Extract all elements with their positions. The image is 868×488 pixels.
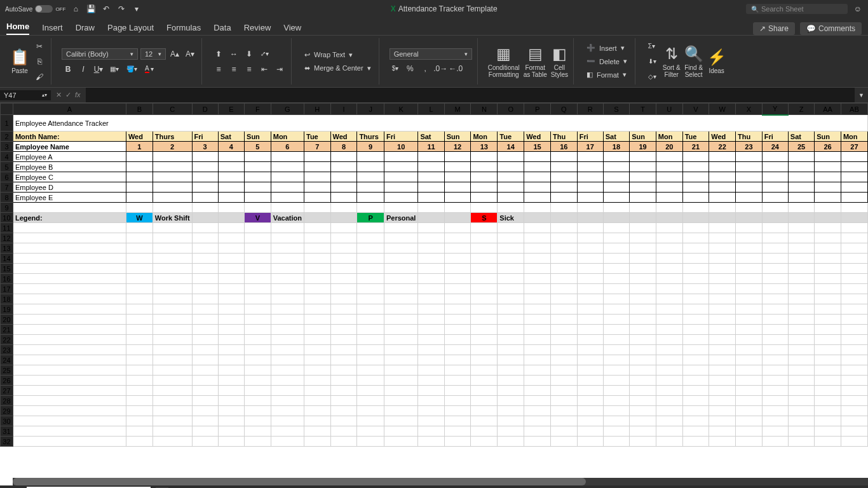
grid-cell[interactable] — [524, 345, 551, 355]
attendance-cell[interactable] — [682, 152, 709, 162]
name-box[interactable]: Y47▴▾ — [0, 90, 51, 100]
grid-cell[interactable] — [418, 264, 444, 274]
attendance-cell[interactable] — [498, 162, 524, 172]
employee-name-cell[interactable]: Employee A — [13, 152, 126, 162]
attendance-cell[interactable] — [524, 162, 551, 172]
grid-cell[interactable] — [736, 386, 763, 396]
column-header[interactable]: P — [524, 104, 551, 115]
grid-cell[interactable] — [603, 386, 629, 396]
grid-cell[interactable] — [815, 284, 841, 294]
grid-cell[interactable] — [630, 315, 656, 325]
grid-cell[interactable] — [330, 264, 357, 274]
grid-cell[interactable] — [444, 315, 471, 325]
attendance-cell[interactable] — [218, 182, 244, 193]
grid-cell[interactable] — [418, 437, 444, 447]
attendance-cell[interactable] — [841, 162, 867, 172]
grid-cell[interactable] — [126, 203, 153, 213]
grid-cell[interactable] — [656, 335, 682, 345]
row-header[interactable]: 12 — [1, 233, 13, 243]
increase-indent-icon[interactable]: ⇥ — [273, 63, 286, 76]
grid-cell[interactable] — [788, 254, 814, 264]
format-as-table-button[interactable]: ▤Format as Table — [524, 45, 547, 78]
grid-cell[interactable] — [815, 294, 841, 304]
grid-cell[interactable] — [384, 406, 417, 416]
attendance-cell[interactable] — [788, 182, 814, 193]
user-icon[interactable]: ☺ — [853, 4, 863, 14]
row-header[interactable]: 17 — [1, 284, 13, 294]
grid-cell[interactable] — [524, 386, 551, 396]
format-painter-icon[interactable]: 🖌 — [33, 71, 46, 83]
date-number-cell[interactable]: 1 — [126, 142, 153, 152]
grid-cell[interactable] — [357, 376, 384, 386]
employee-name-cell[interactable]: Employee D — [13, 182, 126, 193]
attendance-cell[interactable] — [577, 182, 603, 193]
grid-cell[interactable] — [630, 274, 656, 284]
grid-cell[interactable] — [271, 426, 304, 437]
grid-cell[interactable] — [126, 325, 153, 335]
date-number-cell[interactable]: 7 — [304, 142, 330, 152]
grid-cell[interactable] — [13, 243, 126, 254]
grid-cell[interactable] — [357, 406, 384, 416]
select-all-corner[interactable] — [1, 104, 13, 115]
grid-cell[interactable] — [271, 315, 304, 325]
italic-button[interactable]: I — [77, 63, 90, 76]
autosum-icon[interactable]: Σ▾ — [646, 40, 658, 53]
grid-cell[interactable] — [304, 376, 330, 386]
grid-cell[interactable] — [656, 386, 682, 396]
grid-cell[interactable] — [444, 335, 471, 345]
grid-cell[interactable] — [330, 233, 357, 243]
grid-cell[interactable] — [577, 416, 603, 426]
grid-cell[interactable] — [192, 213, 218, 223]
grid-cell[interactable] — [471, 406, 498, 416]
grid-cell[interactable] — [736, 243, 763, 254]
grid-cell[interactable] — [788, 365, 814, 376]
grid-cell[interactable] — [444, 264, 471, 274]
attendance-cell[interactable] — [153, 172, 192, 182]
grid-cell[interactable] — [788, 345, 814, 355]
font-name-select[interactable]: Calibri (Body) — [62, 48, 138, 60]
grid-cell[interactable] — [656, 223, 682, 233]
grid-cell[interactable] — [330, 203, 357, 213]
grid-cell[interactable] — [709, 315, 736, 325]
column-header[interactable]: B — [126, 104, 153, 115]
grid-cell[interactable] — [357, 437, 384, 447]
grid-cell[interactable] — [736, 426, 763, 437]
attendance-cell[interactable] — [630, 172, 656, 182]
grid-cell[interactable] — [577, 335, 603, 345]
grid-cell[interactable] — [630, 416, 656, 426]
row-header[interactable]: 22 — [1, 335, 13, 345]
expand-formula-icon[interactable]: ▼ — [855, 92, 868, 98]
date-number-cell[interactable]: 23 — [736, 142, 763, 152]
grid-cell[interactable] — [498, 243, 524, 254]
grid-cell[interactable] — [682, 315, 709, 325]
grid-cell[interactable] — [357, 386, 384, 396]
grid-cell[interactable] — [498, 203, 524, 213]
grid-cell[interactable] — [762, 284, 788, 294]
grid-cell[interactable] — [709, 345, 736, 355]
grid-cell[interactable] — [709, 416, 736, 426]
grid-cell[interactable] — [498, 376, 524, 386]
grid-cell[interactable] — [841, 325, 867, 335]
grid-cell[interactable] — [126, 304, 153, 315]
grid-cell[interactable] — [841, 416, 867, 426]
grid-cell[interactable] — [357, 396, 384, 406]
grid-cell[interactable] — [444, 355, 471, 365]
tab-insert[interactable]: Insert — [42, 20, 63, 35]
grid-cell[interactable] — [13, 254, 126, 264]
save-icon[interactable]: 💾 — [86, 4, 96, 14]
grid-cell[interactable] — [271, 325, 304, 335]
grid-cell[interactable] — [245, 223, 271, 233]
date-number-cell[interactable]: 10 — [384, 142, 417, 152]
format-cells-button[interactable]: ◧ Format ▾ — [584, 69, 629, 80]
column-header[interactable]: O — [498, 104, 524, 115]
underline-button[interactable]: U▾ — [92, 63, 105, 76]
grid-cell[interactable] — [330, 437, 357, 447]
grid-cell[interactable] — [788, 325, 814, 335]
grid-cell[interactable] — [13, 355, 126, 365]
increase-font-icon[interactable]: A▴ — [168, 48, 181, 60]
attendance-cell[interactable] — [630, 162, 656, 172]
grid-cell[interactable] — [153, 264, 192, 274]
grid-cell[interactable] — [126, 243, 153, 254]
grid-cell[interactable] — [418, 426, 444, 437]
attendance-cell[interactable] — [682, 162, 709, 172]
